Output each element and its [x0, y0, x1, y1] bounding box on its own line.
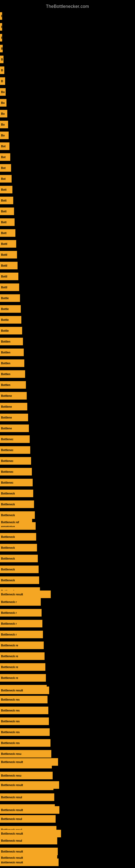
bar-row: Bott: [0, 218, 14, 226]
bar-row: Bottle: [0, 294, 20, 302]
site-title: TheBottlenecker.com: [0, 1, 135, 11]
bar-row: Bott: [0, 197, 13, 204]
bar-row: Bo: [0, 110, 7, 118]
bar-row: Bottlenec: [0, 479, 33, 486]
bar-row: Bottleneck re: [0, 642, 44, 649]
bar-row: Bottleneck re: [0, 674, 46, 682]
bar-row: Bottleneck resu: [0, 750, 51, 757]
bar-row: Bottleneck resul: [0, 837, 57, 844]
bar-row: Bottlen: [0, 360, 24, 367]
bar-row: B: [0, 77, 5, 85]
bar-row: Bottleneck: [0, 490, 33, 497]
bar-row: Bottl: [0, 273, 18, 280]
bar-row: Bottlene: [0, 392, 27, 400]
bar-row: Bottleneck: [0, 555, 38, 562]
bar-row: Bottl: [0, 262, 17, 269]
bar-row: Bottleneck: [0, 511, 35, 519]
bar-row: Bottleneck resul: [0, 794, 54, 801]
bar-row: Bottlen: [0, 338, 23, 345]
bar-row: Bo: [0, 99, 6, 106]
bar-row: Bottleneck: [0, 533, 36, 540]
bar-row: Bottlene: [0, 403, 27, 410]
bar-row: Bot: [0, 175, 12, 183]
bar-row: Bottleneck re: [0, 663, 45, 671]
bar-detected: Bottleneck result: [0, 590, 51, 598]
bar-row: Bottle: [0, 316, 21, 323]
bar-row: B: [0, 12, 2, 20]
bar-detected: Bottleneck result: [0, 854, 57, 862]
bar-row: Bottlen: [0, 348, 24, 356]
bar-row: Bottl: [0, 283, 19, 291]
bar-row: Bot: [0, 143, 9, 150]
bar-row: Bott: [0, 229, 15, 237]
bar-detected: Bottleneck result: [0, 781, 59, 789]
bar-row: Bottlenec: [0, 446, 30, 454]
bar-row: Bottleneck resu: [0, 772, 53, 779]
bar-row: B: [0, 56, 3, 63]
bar-detected: Bottleneck ref: [0, 518, 32, 526]
bar-row: Bottl: [0, 240, 16, 248]
bar-row: Bott: [0, 186, 12, 193]
bar-row: Bottleneck r: [0, 598, 41, 606]
bar-row: Bottleneck: [0, 565, 39, 573]
bar-row: Bottleneck r: [0, 609, 42, 617]
bar-row: Bottleneck res: [0, 717, 49, 725]
bar-row: Bottlene: [0, 425, 29, 432]
bar-row: Bottleneck r: [0, 631, 43, 638]
bar-detected: Bottleneck result: [0, 830, 61, 837]
bar-row: Bottlen: [0, 381, 26, 389]
bar-row: B: [0, 23, 2, 31]
bar-row: Bottleneck resul: [0, 815, 56, 823]
bar-row: Bottleneck res: [0, 696, 48, 703]
bar-row: Bottlen: [0, 370, 25, 378]
bar-row: Bottlenec: [0, 457, 31, 465]
bar-row: Bottleneck: [0, 577, 39, 584]
bar-row: B: [0, 45, 3, 52]
bar-row: Bottlenec: [0, 468, 32, 475]
bar-row: Bottlene: [0, 414, 28, 421]
bar-row: Bottleneck res: [0, 739, 50, 747]
bar-row: Bot: [0, 153, 10, 161]
bar-row: Bottleneck re: [0, 652, 45, 660]
bar-row: B: [0, 34, 2, 41]
bar-row: Bottleneck: [0, 544, 37, 552]
bar-row: Bottleneck: [0, 500, 34, 508]
bar-row: Bo: [0, 131, 9, 139]
bar-row: Bottle: [0, 327, 22, 335]
bar-row: Bottlenec: [0, 435, 30, 443]
bar-row: Bottle: [0, 305, 21, 313]
bar-row: Bott: [0, 208, 14, 215]
bar-row: Bottleneck res: [0, 728, 50, 736]
bar-row: Bo: [0, 121, 8, 128]
bar-row: Bottleneck res: [0, 707, 48, 714]
bar-detected: Bottleneck result: [0, 806, 59, 814]
bar-detected: Bottleneck result: [0, 686, 49, 694]
bar-row: Bottleneck r: [0, 620, 42, 627]
bar-row: Bo: [0, 88, 6, 96]
bar-row: Bottl: [0, 251, 17, 258]
bar-detected: Bottleneck result: [0, 758, 58, 766]
bar-row: B: [0, 66, 4, 74]
bar-row: Bot: [0, 164, 11, 172]
